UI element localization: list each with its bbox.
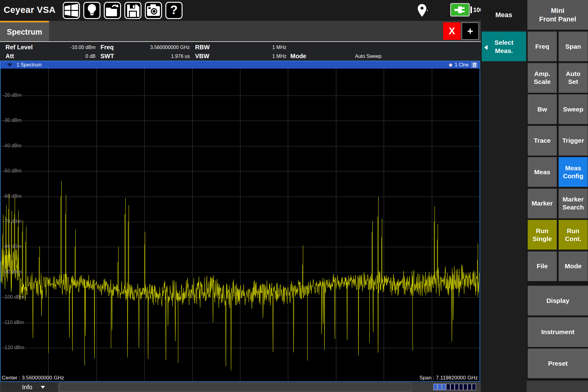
trace-radio-indicator[interactable] [449, 63, 453, 67]
swt-value[interactable]: 1.976 us [144, 54, 190, 59]
select-meas-button[interactable]: Select Meas. [482, 32, 526, 61]
windows-button[interactable] [63, 2, 80, 19]
info-dropdown[interactable]: Info [1, 383, 59, 392]
windows-icon [64, 4, 78, 17]
trace-mode-badge: 1 Clrw [455, 62, 469, 68]
arrow-left-icon [484, 45, 488, 50]
application-window: Ceyear VSA ? [0, 0, 588, 392]
side-panel: Meas Select Meas. Mini Front Panel FreqS… [481, 0, 588, 392]
span-label: Span : 7.119820000 GHz [419, 375, 478, 381]
y-axis-label: -60 dBm [3, 194, 21, 199]
y-axis-label: -30 dBm [3, 118, 21, 123]
progress-cell [433, 384, 437, 390]
info-label: Info [22, 384, 32, 391]
vbw-label: VBW [195, 53, 209, 60]
toolbar: ? [63, 2, 183, 20]
swt-label: SWT [100, 53, 114, 60]
y-axis-label: -40 dBm [3, 143, 21, 149]
gps-status [417, 4, 429, 17]
progress-cell [450, 384, 454, 390]
menu-column: Meas Select Meas. [481, 0, 527, 392]
delete-trace-button[interactable] [471, 62, 478, 68]
sweep-progress-indicator [433, 384, 476, 390]
progress-cell [472, 384, 476, 390]
panel-button-run-cont[interactable]: Run Cont. [559, 220, 588, 250]
trace-title-bar[interactable]: 1 Spectrum 1 Clrw [1, 61, 480, 69]
att-label: Att [6, 53, 14, 60]
y-axis-label: -110 dBm [3, 320, 24, 325]
mode-value[interactable]: Auto Sweep [355, 54, 381, 59]
progress-cell [468, 384, 472, 390]
panel-button-sweep[interactable]: Sweep [559, 94, 588, 124]
panel-button-freq[interactable]: Freq [528, 32, 557, 61]
panel-button-meas[interactable]: Meas [528, 157, 557, 187]
folder-open-button[interactable] [104, 2, 121, 19]
ref-level-label: Ref Level [6, 44, 33, 51]
panel-button-preset[interactable]: Preset [528, 349, 588, 378]
panel-button-instrument[interactable]: Instrument [528, 317, 588, 347]
panel-button-trigger[interactable]: Trigger [559, 126, 588, 156]
camera-icon [147, 4, 160, 17]
message-box [60, 383, 411, 392]
help-button[interactable]: ? [165, 2, 183, 19]
mini-front-panel-header: Mini Front Panel [527, 0, 588, 30]
trace-title: 1 Spectrum [17, 62, 42, 68]
progress-cell [442, 384, 446, 390]
mode-label: Mode [290, 53, 306, 60]
y-axis-label: -120 dBm [3, 345, 24, 350]
panel-button-auto-set[interactable]: Auto Set [559, 63, 588, 93]
progress-cell [438, 384, 442, 390]
help-icon: ? [169, 4, 179, 17]
battery-icon [450, 3, 470, 17]
settings-bar: Ref Level -10.00 dBm Att 0 dB Freq 3.560… [0, 43, 481, 61]
spectrum-trace[interactable] [1, 69, 480, 381]
center-frequency-label: Center : 3.560000000 GHz [2, 375, 64, 381]
location-pin-icon [417, 4, 427, 17]
folder-open-icon [105, 4, 119, 17]
rbw-label: RBW [195, 44, 210, 51]
y-axis-label: -100 dBm [3, 294, 24, 300]
panel-clock-bar [527, 381, 588, 392]
save-button[interactable] [124, 2, 141, 19]
ref-level-value[interactable]: -10.00 dBm [55, 45, 96, 50]
panel-button-trace[interactable]: Trace [528, 126, 557, 156]
panel-button-marker-search[interactable]: Marker Search [559, 189, 588, 218]
tab-bar: Spectrum X + [0, 21, 481, 42]
bulb-icon [87, 4, 97, 17]
bulb-button[interactable] [83, 2, 100, 19]
tab-spectrum[interactable]: Spectrum [0, 21, 49, 41]
save-icon [126, 4, 139, 17]
top-bar: Ceyear VSA ? [0, 0, 481, 21]
panel-button-file[interactable]: File [528, 251, 557, 281]
app-title: Ceyear VSA [4, 5, 55, 15]
panel-button-meas-config[interactable]: Meas Config [559, 157, 588, 187]
y-axis-label: -70 dBm [3, 219, 21, 224]
progress-cell [455, 384, 459, 390]
panel-button-run-single[interactable]: Run Single [528, 220, 557, 250]
add-tab-button[interactable]: + [462, 22, 479, 40]
chevron-down-icon [41, 386, 45, 389]
progress-cell [446, 384, 450, 390]
vbw-value[interactable]: 1 MHz [272, 54, 286, 59]
camera-button[interactable] [145, 2, 162, 19]
status-bar: Info 58.17°C 2022/06/18 14:38:57 [0, 382, 481, 392]
panel-button-span[interactable]: Span [559, 32, 588, 61]
panel-button-amp-scale[interactable]: Amp. Scale [528, 63, 557, 93]
menu-header: Meas [481, 0, 527, 30]
collapse-triangle-icon[interactable] [7, 63, 12, 67]
spectrum-display: 1 Spectrum 1 Clrw Center : 3.560000000 G… [0, 61, 480, 382]
y-axis-label: -20 dBm [3, 92, 21, 98]
panel-button-bw[interactable]: Bw [528, 94, 557, 124]
battery-terminal [470, 6, 472, 13]
freq-label: Freq [100, 44, 114, 51]
rbw-value[interactable]: 1 MHz [272, 45, 286, 50]
att-value[interactable]: 0 dB [55, 54, 96, 59]
y-axis-label: -50 dBm [3, 168, 21, 174]
freq-value[interactable]: 3.560000000 GHz [144, 45, 190, 50]
plot-area: Center : 3.560000000 GHz Span : 7.119820… [1, 69, 480, 381]
panel-button-display[interactable]: Display [528, 286, 588, 315]
y-axis-label: -90 dBm [3, 269, 21, 275]
panel-button-mode[interactable]: Mode [559, 251, 588, 281]
close-tab-button[interactable]: X [443, 22, 461, 40]
panel-button-marker[interactable]: Marker [528, 189, 557, 218]
